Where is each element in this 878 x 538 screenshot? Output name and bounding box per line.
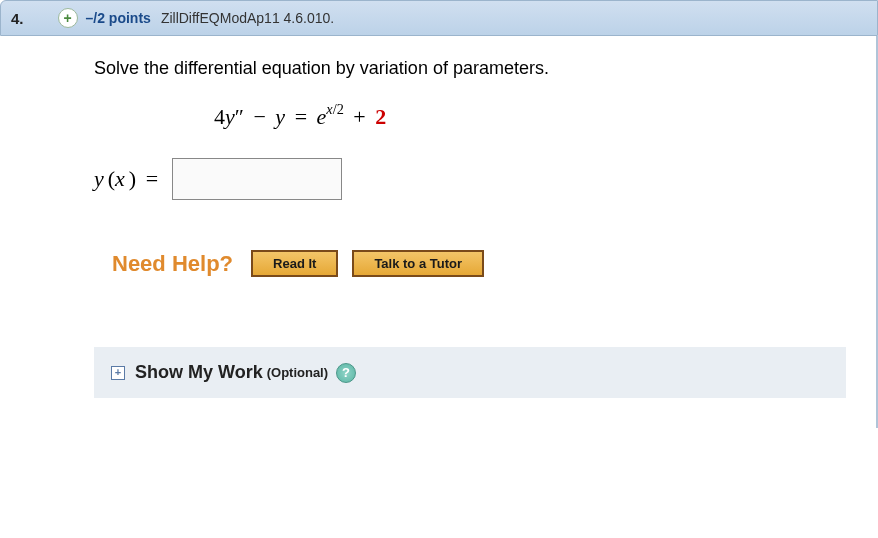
prompt-text: Solve the differential equation by varia… — [94, 58, 876, 79]
reference-label: ZillDiffEQModAp11 4.6.010. — [161, 10, 334, 26]
talk-to-tutor-button[interactable]: Talk to a Tutor — [352, 250, 484, 277]
equation: 4y″ − y = ex/2 + 2 — [214, 103, 876, 130]
read-it-button[interactable]: Read It — [251, 250, 338, 277]
exp-div2: /2 — [333, 101, 344, 117]
var-y1: y — [225, 104, 235, 129]
answer-input[interactable] — [172, 158, 342, 200]
show-my-work-title: Show My Work — [135, 362, 263, 383]
points-label[interactable]: –/2 points — [86, 10, 151, 26]
question-number: 4. — [11, 10, 24, 27]
paren-close: ) — [129, 166, 136, 191]
constant-2: 2 — [375, 104, 386, 129]
paren-open: ( — [108, 166, 115, 191]
label-x: x — [115, 166, 125, 191]
answer-label: y(x) = — [94, 166, 158, 192]
coef-4: 4 — [214, 104, 225, 129]
label-y: y — [94, 166, 104, 191]
need-help-label: Need Help? — [112, 251, 233, 277]
double-prime: ″ — [235, 104, 244, 129]
answer-equals: = — [146, 166, 158, 191]
optional-label: (Optional) — [267, 365, 328, 380]
answer-row: y(x) = — [94, 158, 876, 200]
plus-sign: + — [353, 104, 365, 129]
plus-icon[interactable]: + — [58, 8, 78, 28]
help-question-icon[interactable]: ? — [336, 363, 356, 383]
base-e: e — [317, 104, 327, 129]
var-y2: y — [275, 104, 285, 129]
question-header: 4. + –/2 points ZillDiffEQModAp11 4.6.01… — [0, 0, 878, 36]
expand-plus-icon[interactable]: + — [111, 366, 125, 380]
equals-sign: = — [295, 104, 307, 129]
show-my-work-panel[interactable]: + Show My Work (Optional) ? — [94, 347, 846, 398]
help-row: Need Help? Read It Talk to a Tutor — [112, 250, 876, 277]
minus-sign: − — [253, 104, 265, 129]
question-body: Solve the differential equation by varia… — [4, 36, 878, 428]
